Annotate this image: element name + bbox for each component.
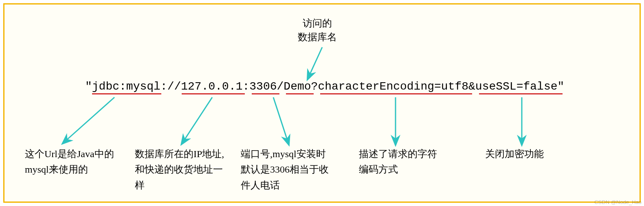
diagram-frame: 访问的 数据库名 "jdbc:mysql://127.0.0.1:3306/De… bbox=[3, 3, 641, 203]
watermark: CSDN @Node_Hao bbox=[594, 199, 642, 205]
desc-host: 数据库所在的IP地址,和快递的收货地址一样 bbox=[135, 146, 229, 193]
arrow-host bbox=[184, 97, 212, 141]
desc-scheme: 这个Url是给Java中的mysql来使用的 bbox=[25, 146, 123, 178]
arrow-scheme bbox=[66, 97, 114, 141]
arrow-db bbox=[309, 47, 322, 76]
desc-ssl: 关闭加密功能 bbox=[485, 146, 567, 162]
desc-encoding: 描述了请求的字符编码方式 bbox=[359, 146, 440, 178]
arrow-port bbox=[273, 97, 288, 141]
desc-port: 端口号,mysql安装时默认是3306相当于收件人电话 bbox=[241, 146, 334, 193]
